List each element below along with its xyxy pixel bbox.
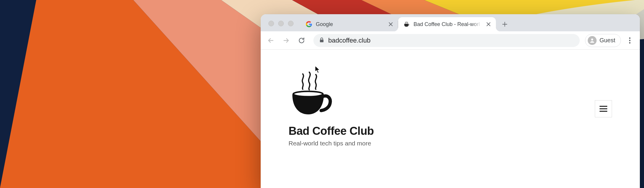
svg-rect-22 xyxy=(600,111,607,111)
url-text: badcoffee.club xyxy=(328,37,574,44)
tab-title: Bad Coffee Club - Real-worl xyxy=(414,21,482,27)
svg-point-17 xyxy=(629,42,631,43)
tab-title: Google xyxy=(316,21,384,27)
site-header: Bad Coffee Club Real-world tech tips and… xyxy=(289,70,612,147)
window-close-button[interactable] xyxy=(268,21,274,26)
lock-icon xyxy=(319,37,324,44)
back-button[interactable] xyxy=(264,34,277,47)
site-tagline: Real-world tech tips and more xyxy=(289,140,374,147)
window-zoom-button[interactable] xyxy=(288,21,294,26)
window-minimize-button[interactable] xyxy=(278,21,284,26)
svg-rect-21 xyxy=(600,108,607,109)
address-bar[interactable]: badcoffee.club xyxy=(313,34,580,47)
tab-google[interactable]: Google xyxy=(300,17,398,31)
browser-window: Google Bad Coffee Club - Real-worl xyxy=(261,14,640,188)
svg-point-14 xyxy=(591,38,593,40)
svg-rect-13 xyxy=(320,40,323,42)
site-brand: Bad Coffee Club Real-world tech tips and… xyxy=(289,70,374,147)
forward-button[interactable] xyxy=(280,34,293,47)
coffee-favicon-icon xyxy=(403,21,410,27)
site-menu-button[interactable] xyxy=(595,100,612,117)
close-icon[interactable] xyxy=(387,21,394,27)
profile-button[interactable]: Guest xyxy=(585,34,621,47)
tab-bad-coffee-club[interactable]: Bad Coffee Club - Real-worl xyxy=(398,17,496,31)
close-icon[interactable] xyxy=(485,21,492,27)
tab-strip: Google Bad Coffee Club - Real-worl xyxy=(261,14,640,31)
page-content: Bad Coffee Club Real-world tech tips and… xyxy=(261,50,640,188)
svg-rect-20 xyxy=(600,106,607,107)
browser-toolbar: badcoffee.club Guest xyxy=(261,31,640,50)
reload-button[interactable] xyxy=(295,34,308,47)
window-controls xyxy=(268,21,294,26)
new-tab-button[interactable] xyxy=(499,18,511,30)
svg-point-15 xyxy=(629,37,631,39)
google-favicon-icon xyxy=(306,21,312,27)
svg-point-16 xyxy=(629,40,631,41)
coffee-cup-logo-icon xyxy=(289,70,374,119)
tabs: Google Bad Coffee Club - Real-worl xyxy=(300,14,511,31)
browser-menu-button[interactable] xyxy=(623,34,636,47)
avatar-icon xyxy=(588,36,597,45)
site-title: Bad Coffee Club xyxy=(289,125,374,137)
profile-label: Guest xyxy=(600,37,615,44)
